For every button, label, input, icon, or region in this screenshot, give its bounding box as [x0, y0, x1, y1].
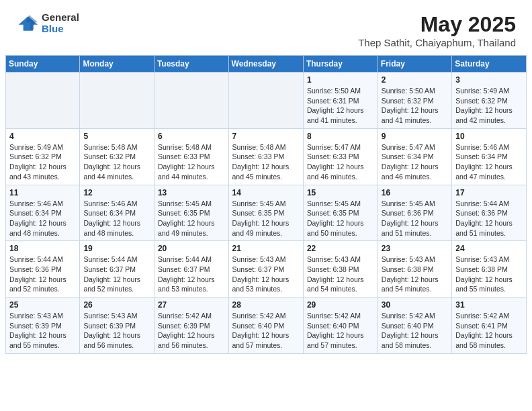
day-info: Sunrise: 5:48 AM Sunset: 6:33 PM Dayligh… [232, 142, 300, 182]
calendar-cell: 13Sunrise: 5:45 AM Sunset: 6:35 PM Dayli… [154, 185, 228, 241]
calendar-cell: 16Sunrise: 5:45 AM Sunset: 6:36 PM Dayli… [378, 185, 451, 241]
calendar-cell: 23Sunrise: 5:43 AM Sunset: 6:38 PM Dayli… [378, 241, 451, 298]
logo: General Blue [16, 12, 79, 34]
day-number: 7 [232, 132, 300, 141]
day-number: 15 [307, 188, 374, 197]
calendar-cell: 12Sunrise: 5:46 AM Sunset: 6:34 PM Dayli… [80, 185, 154, 241]
day-number: 25 [9, 300, 76, 310]
calendar-table: SundayMondayTuesdayWednesdayThursdayFrid… [5, 55, 527, 354]
weekday-header: Wednesday [228, 56, 303, 73]
calendar-cell: 20Sunrise: 5:44 AM Sunset: 6:37 PM Dayli… [154, 241, 228, 298]
calendar-cell: 6Sunrise: 5:48 AM Sunset: 6:33 PM Daylig… [154, 128, 228, 185]
calendar-cell: 29Sunrise: 5:42 AM Sunset: 6:40 PM Dayli… [303, 298, 378, 354]
calendar-cell: 17Sunrise: 5:44 AM Sunset: 6:36 PM Dayli… [452, 185, 527, 241]
calendar-week-row: 25Sunrise: 5:43 AM Sunset: 6:39 PM Dayli… [6, 298, 527, 354]
calendar-cell: 25Sunrise: 5:43 AM Sunset: 6:39 PM Dayli… [6, 298, 80, 354]
weekday-header: Saturday [452, 56, 527, 73]
calendar-cell: 27Sunrise: 5:42 AM Sunset: 6:39 PM Dayli… [154, 298, 228, 354]
calendar-cell: 2Sunrise: 5:50 AM Sunset: 6:32 PM Daylig… [378, 73, 451, 129]
calendar-cell: 14Sunrise: 5:45 AM Sunset: 6:35 PM Dayli… [228, 185, 303, 241]
day-number: 12 [83, 188, 150, 197]
day-number: 13 [158, 188, 225, 197]
weekday-header: Sunday [6, 56, 80, 73]
logo-text: General Blue [42, 12, 79, 34]
calendar-cell: 10Sunrise: 5:46 AM Sunset: 6:34 PM Dayli… [452, 128, 527, 185]
calendar-cell: 7Sunrise: 5:48 AM Sunset: 6:33 PM Daylig… [228, 128, 303, 185]
calendar-cell: 11Sunrise: 5:46 AM Sunset: 6:34 PM Dayli… [6, 185, 80, 241]
day-number: 8 [307, 132, 374, 141]
day-info: Sunrise: 5:45 AM Sunset: 6:35 PM Dayligh… [232, 199, 300, 238]
day-info: Sunrise: 5:43 AM Sunset: 6:37 PM Dayligh… [232, 255, 300, 294]
calendar-cell [154, 73, 228, 129]
day-number: 9 [382, 132, 448, 141]
weekday-header: Friday [378, 56, 451, 73]
calendar-title: May 2025 [358, 12, 516, 37]
logo-icon [16, 13, 38, 34]
day-info: Sunrise: 5:42 AM Sunset: 6:41 PM Dayligh… [455, 311, 523, 351]
day-info: Sunrise: 5:45 AM Sunset: 6:35 PM Dayligh… [158, 199, 225, 238]
day-info: Sunrise: 5:43 AM Sunset: 6:38 PM Dayligh… [307, 255, 374, 294]
calendar-week-row: 11Sunrise: 5:46 AM Sunset: 6:34 PM Dayli… [6, 185, 527, 241]
day-number: 16 [382, 188, 448, 197]
calendar-cell: 15Sunrise: 5:45 AM Sunset: 6:35 PM Dayli… [303, 185, 378, 241]
day-info: Sunrise: 5:50 AM Sunset: 6:32 PM Dayligh… [382, 86, 448, 126]
day-number: 23 [382, 244, 448, 253]
day-number: 22 [307, 244, 374, 253]
calendar-cell: 26Sunrise: 5:43 AM Sunset: 6:39 PM Dayli… [80, 298, 154, 354]
day-info: Sunrise: 5:43 AM Sunset: 6:39 PM Dayligh… [9, 311, 76, 351]
calendar-cell: 4Sunrise: 5:49 AM Sunset: 6:32 PM Daylig… [6, 128, 80, 185]
calendar-week-row: 4Sunrise: 5:49 AM Sunset: 6:32 PM Daylig… [6, 128, 527, 185]
day-info: Sunrise: 5:43 AM Sunset: 6:38 PM Dayligh… [382, 255, 448, 294]
day-info: Sunrise: 5:46 AM Sunset: 6:34 PM Dayligh… [9, 199, 76, 238]
day-number: 11 [9, 188, 76, 197]
day-number: 17 [455, 188, 523, 197]
calendar-wrapper: SundayMondayTuesdayWednesdayThursdayFrid… [0, 55, 532, 365]
calendar-subtitle: Thep Sathit, Chaiyaphum, Thailand [358, 37, 516, 48]
day-number: 28 [232, 300, 300, 310]
day-number: 2 [382, 75, 448, 85]
day-info: Sunrise: 5:42 AM Sunset: 6:39 PM Dayligh… [158, 311, 225, 351]
day-info: Sunrise: 5:44 AM Sunset: 6:36 PM Dayligh… [455, 199, 523, 238]
day-number: 14 [232, 188, 300, 197]
calendar-header-row: SundayMondayTuesdayWednesdayThursdayFrid… [6, 56, 527, 73]
calendar-cell: 19Sunrise: 5:44 AM Sunset: 6:37 PM Dayli… [80, 241, 154, 298]
day-info: Sunrise: 5:47 AM Sunset: 6:33 PM Dayligh… [307, 142, 374, 182]
day-number: 6 [158, 132, 225, 141]
day-number: 10 [455, 132, 523, 141]
calendar-cell: 28Sunrise: 5:42 AM Sunset: 6:40 PM Dayli… [228, 298, 303, 354]
day-info: Sunrise: 5:45 AM Sunset: 6:36 PM Dayligh… [382, 199, 448, 238]
day-number: 3 [455, 75, 523, 85]
calendar-cell [228, 73, 303, 129]
day-number: 4 [9, 132, 76, 141]
calendar-cell: 22Sunrise: 5:43 AM Sunset: 6:38 PM Dayli… [303, 241, 378, 298]
logo-line2: Blue [42, 24, 79, 35]
calendar-cell: 8Sunrise: 5:47 AM Sunset: 6:33 PM Daylig… [303, 128, 378, 185]
day-info: Sunrise: 5:48 AM Sunset: 6:33 PM Dayligh… [158, 142, 225, 182]
day-number: 30 [382, 300, 448, 310]
calendar-cell: 5Sunrise: 5:48 AM Sunset: 6:32 PM Daylig… [80, 128, 154, 185]
day-info: Sunrise: 5:43 AM Sunset: 6:39 PM Dayligh… [83, 311, 150, 351]
page-header: General Blue May 2025 Thep Sathit, Chaiy… [0, 0, 532, 55]
day-info: Sunrise: 5:44 AM Sunset: 6:37 PM Dayligh… [83, 255, 150, 294]
day-info: Sunrise: 5:46 AM Sunset: 6:34 PM Dayligh… [83, 199, 150, 238]
logo-line1: General [42, 12, 79, 24]
calendar-cell: 21Sunrise: 5:43 AM Sunset: 6:37 PM Dayli… [228, 241, 303, 298]
day-number: 20 [158, 244, 225, 253]
day-number: 5 [83, 132, 150, 141]
calendar-cell: 3Sunrise: 5:49 AM Sunset: 6:32 PM Daylig… [452, 73, 527, 129]
calendar-week-row: 1Sunrise: 5:50 AM Sunset: 6:31 PM Daylig… [6, 73, 527, 129]
day-number: 31 [455, 300, 523, 310]
day-number: 19 [83, 244, 150, 253]
day-info: Sunrise: 5:44 AM Sunset: 6:37 PM Dayligh… [158, 255, 225, 294]
day-info: Sunrise: 5:43 AM Sunset: 6:38 PM Dayligh… [455, 255, 523, 294]
day-number: 24 [455, 244, 523, 253]
weekday-header: Monday [80, 56, 154, 73]
day-number: 18 [9, 244, 76, 253]
calendar-cell: 18Sunrise: 5:44 AM Sunset: 6:36 PM Dayli… [6, 241, 80, 298]
day-number: 27 [158, 300, 225, 310]
calendar-cell: 1Sunrise: 5:50 AM Sunset: 6:31 PM Daylig… [303, 73, 378, 129]
weekday-header: Thursday [303, 56, 378, 73]
day-info: Sunrise: 5:46 AM Sunset: 6:34 PM Dayligh… [455, 142, 523, 182]
day-info: Sunrise: 5:50 AM Sunset: 6:31 PM Dayligh… [307, 86, 374, 126]
day-info: Sunrise: 5:42 AM Sunset: 6:40 PM Dayligh… [232, 311, 300, 351]
